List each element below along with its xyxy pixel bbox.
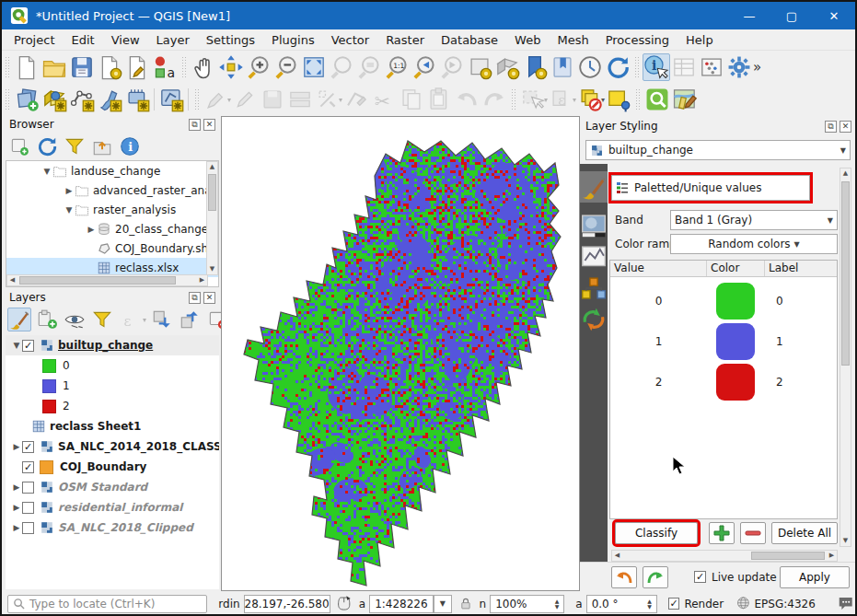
browser-collapse-all-button[interactable] bbox=[90, 134, 114, 158]
expand-all-button[interactable] bbox=[150, 308, 174, 331]
add-value-button[interactable] bbox=[709, 522, 735, 544]
layers-float-icon[interactable]: ⧉ bbox=[189, 292, 201, 304]
tab-history[interactable] bbox=[580, 304, 608, 335]
layer-checkbox[interactable]: ✓ bbox=[22, 461, 34, 473]
toolbar-handle[interactable] bbox=[511, 88, 516, 110]
menu-plugins[interactable]: Plugins bbox=[263, 31, 323, 49]
crs-status[interactable]: EPSG:4326 bbox=[754, 598, 815, 610]
browser-properties-button[interactable]: i bbox=[118, 134, 142, 158]
styling-float-icon[interactable]: ⧉ bbox=[825, 121, 837, 133]
layer-item-osm-standard[interactable]: ▶ OSM Standard bbox=[6, 477, 219, 497]
toolbar-handle[interactable] bbox=[181, 56, 187, 78]
expander-icon[interactable]: ▼ bbox=[11, 341, 22, 350]
menu-raster[interactable]: Raster bbox=[377, 31, 433, 49]
magnifier-input[interactable]: 100% ▲▼ bbox=[490, 595, 564, 613]
layer-checkbox[interactable] bbox=[22, 502, 34, 514]
color-swatch[interactable] bbox=[716, 364, 755, 401]
new-geopackage-layer-button[interactable] bbox=[41, 86, 68, 113]
column-header-value[interactable]: Value bbox=[610, 261, 707, 276]
pan-to-selection-button[interactable] bbox=[217, 53, 245, 81]
styling-horizontal-scrollbar[interactable]: ◀ ▶ bbox=[611, 550, 838, 562]
browser-horizontal-scrollbar[interactable]: ◀ ▶ bbox=[6, 274, 208, 286]
menu-processing[interactable]: Processing bbox=[597, 31, 677, 49]
new-print-layout-button[interactable] bbox=[96, 53, 123, 81]
legend-item-class-2[interactable]: 2 bbox=[6, 396, 219, 416]
temporal-controller-button[interactable] bbox=[576, 53, 604, 81]
browser-vertical-scrollbar[interactable]: ▲ ▼ bbox=[206, 161, 218, 275]
open-layer-styling-button[interactable] bbox=[7, 308, 31, 331]
new-project-button[interactable] bbox=[13, 53, 41, 81]
expander-icon[interactable]: ▶ bbox=[11, 442, 22, 451]
tab-transparency[interactable] bbox=[580, 210, 608, 241]
expander-icon[interactable]: ▶ bbox=[11, 503, 22, 512]
toolbar-handle[interactable] bbox=[5, 56, 10, 78]
lock-scale-icon[interactable] bbox=[459, 597, 473, 611]
layer-item-sa-nlc-2014-2018[interactable]: ▶ ✓ SA_NLC_2014_2018_CLASS_CH bbox=[6, 436, 219, 457]
manage-map-themes-button[interactable] bbox=[63, 308, 87, 331]
live-update-checkbox[interactable]: ✓ bbox=[694, 571, 706, 583]
layer-checkbox[interactable] bbox=[22, 522, 34, 534]
expander-icon[interactable]: ▶ bbox=[86, 225, 97, 234]
layout-manager-button[interactable] bbox=[123, 53, 151, 81]
menu-database[interactable]: Database bbox=[433, 31, 506, 49]
select-by-expression-button[interactable]: ε bbox=[548, 86, 575, 113]
expander-icon[interactable]: ▶ bbox=[11, 482, 22, 492]
zoom-in-button[interactable] bbox=[245, 53, 272, 81]
browser-float-icon[interactable]: ⧉ bbox=[189, 119, 201, 131]
render-type-select[interactable]: Paletted/Unique values bbox=[611, 175, 810, 201]
browser-item-coj-boundary[interactable]: COJ_Boundary.shp bbox=[6, 238, 218, 258]
zoom-to-layer-button[interactable] bbox=[355, 53, 383, 81]
styling-close-icon[interactable]: ✕ bbox=[840, 121, 851, 133]
zoom-next-button[interactable] bbox=[438, 53, 466, 81]
select-features-button[interactable] bbox=[519, 86, 547, 113]
menu-help[interactable]: Help bbox=[677, 31, 722, 49]
vertex-tool-button[interactable] bbox=[314, 86, 342, 113]
color-swatch[interactable] bbox=[716, 283, 755, 320]
menu-web[interactable]: Web bbox=[506, 31, 549, 49]
minimize-button[interactable]: — bbox=[728, 2, 770, 29]
layer-item-coj-boundary[interactable]: ✓ COJ_Boundary bbox=[6, 457, 219, 477]
color-ramp-select[interactable]: Random colors▼ bbox=[670, 234, 838, 254]
cut-features-button[interactable]: ✂ bbox=[370, 86, 398, 113]
tab-elevation[interactable] bbox=[580, 273, 608, 304]
close-button[interactable]: ✕ bbox=[813, 2, 855, 29]
maximize-button[interactable]: ▢ bbox=[770, 2, 813, 29]
save-project-button[interactable] bbox=[68, 53, 96, 81]
data-source-manager-button[interactable] bbox=[13, 86, 41, 113]
tab-symbology[interactable] bbox=[580, 171, 608, 203]
current-edits-button[interactable] bbox=[203, 86, 230, 113]
expander-icon[interactable]: ▶ bbox=[11, 523, 22, 532]
menu-edit[interactable]: Edit bbox=[63, 31, 102, 49]
browser-item-20-class-change[interactable]: ▶ 20_class_change_r bbox=[6, 219, 218, 238]
redo-button[interactable] bbox=[481, 86, 508, 113]
reshape-features-button[interactable] bbox=[342, 86, 370, 113]
add-group-button[interactable] bbox=[35, 308, 59, 331]
style-manager-button[interactable]: a bbox=[151, 53, 179, 81]
processing-toolbox-button[interactable] bbox=[725, 53, 753, 81]
classify-button[interactable]: Classify bbox=[615, 522, 698, 544]
menu-settings[interactable]: Settings bbox=[198, 31, 263, 49]
rotation-input[interactable]: 0.0 ° ▲▼ bbox=[586, 595, 657, 613]
layer-checkbox[interactable]: ✓ bbox=[22, 340, 34, 352]
toggle-editing-button[interactable] bbox=[231, 86, 259, 113]
save-edits-button[interactable] bbox=[259, 86, 286, 113]
statistical-summary-button[interactable] bbox=[698, 53, 725, 81]
column-header-label[interactable]: Label bbox=[765, 261, 837, 276]
render-checkbox[interactable]: ✓ bbox=[668, 598, 680, 610]
refresh-map-button[interactable] bbox=[604, 53, 631, 81]
show-bookmarks-button[interactable] bbox=[549, 53, 576, 81]
filter-by-expression-button[interactable]: ε bbox=[118, 308, 142, 331]
coordinate-input[interactable]: 28.197,-26.580 bbox=[244, 595, 330, 613]
layer-item-reclass-sheet1[interactable]: reclass Sheet1 bbox=[6, 416, 219, 436]
toolbar-handle[interactable] bbox=[194, 88, 200, 110]
layer-checkbox[interactable] bbox=[22, 482, 34, 494]
column-header-color[interactable]: Color bbox=[707, 261, 765, 276]
layer-checkbox[interactable]: ✓ bbox=[22, 441, 34, 453]
browser-item-advanced-raster[interactable]: ▶ advanced_raster_analy bbox=[6, 180, 218, 200]
crs-globe-icon[interactable] bbox=[736, 596, 751, 611]
new-mesh-layer-button[interactable] bbox=[157, 86, 185, 113]
identify-features-button[interactable]: i bbox=[643, 53, 670, 81]
zoom-to-selection-button[interactable] bbox=[328, 53, 355, 81]
legend-item-class-0[interactable]: 0 bbox=[6, 355, 219, 376]
open-project-button[interactable] bbox=[41, 53, 68, 81]
